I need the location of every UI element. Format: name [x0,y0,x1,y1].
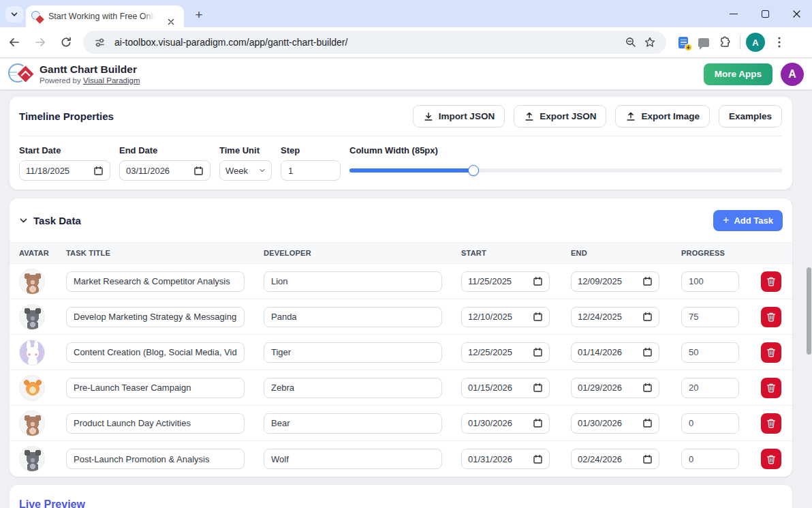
task-data-card: Task Data + Add Task AVATAR TASK TITLE D… [10,198,792,477]
trash-icon [766,312,776,322]
trash-icon [766,454,776,464]
delete-task-button[interactable] [761,342,781,363]
cat-avatar [19,375,45,401]
browser-profile-avatar[interactable]: A [746,33,765,52]
developer-input[interactable] [264,271,442,292]
visual-paradigm-link[interactable]: Visual Paradigm [83,76,140,85]
browser-tab[interactable]: Start Working with Free Online [26,5,184,27]
window-minimize-button[interactable] [718,0,749,27]
progress-input[interactable] [681,307,739,327]
end-date-label: End Date [119,145,210,155]
developer-input[interactable] [264,449,442,469]
bookmark-star-icon[interactable] [640,33,659,52]
progress-input[interactable] [681,413,739,434]
examples-button[interactable]: Examples [719,105,782,128]
delete-task-button[interactable] [761,413,781,434]
time-unit-label: Time Unit [219,145,272,155]
end-date-input[interactable] [571,271,659,292]
developer-input[interactable] [264,307,442,327]
zoom-out-icon[interactable] [621,33,640,52]
end-date-input[interactable] [571,378,659,398]
more-apps-button[interactable]: More Apps [704,63,772,85]
tab-close-button[interactable] [165,16,177,28]
collapse-chevron-icon[interactable] [19,216,28,225]
table-row [10,264,792,299]
docs-extension-icon[interactable] [673,32,693,53]
slider-fill [349,168,473,173]
user-avatar[interactable]: A [781,63,804,86]
address-bar[interactable]: ai-toolbox.visual-paradigm.com/app/gantt… [83,31,666,54]
trash-icon [766,418,776,428]
start-date-input[interactable] [461,342,550,363]
live-preview-title: Live Preview [19,498,85,508]
reload-button[interactable] [54,31,78,54]
browser-menu-icon[interactable] [769,32,790,53]
toolbar-divider [740,35,740,49]
delete-task-button[interactable] [761,378,781,398]
timeline-properties-card: Timeline Properties Import JSON Export J… [10,97,792,190]
forward-button[interactable] [29,31,52,54]
bear-avatar [19,269,45,295]
upload-icon [625,111,636,122]
developer-input[interactable] [264,378,442,398]
progress-input[interactable] [681,449,739,469]
task-title-input[interactable] [66,271,245,292]
column-width-slider[interactable] [349,160,782,181]
new-tab-button[interactable]: + [191,7,207,23]
task-title-input[interactable] [66,342,245,363]
progress-input[interactable] [681,342,739,363]
end-date-input[interactable] [571,413,659,434]
extensions-puzzle-icon[interactable] [714,32,734,53]
calendar-icon [193,166,204,176]
window-close-button[interactable] [781,0,812,27]
delete-task-button[interactable] [761,307,781,327]
site-settings-icon[interactable] [90,33,109,52]
start-date-input[interactable] [19,160,110,181]
url-text[interactable]: ai-toolbox.visual-paradigm.com/app/gantt… [114,37,621,48]
powered-by: Powered by Visual Paradigm [40,76,140,85]
delete-task-button[interactable] [761,271,781,292]
page-scrollbar-thumb[interactable] [807,267,811,355]
step-input[interactable] [281,160,341,181]
progress-input[interactable] [681,271,739,292]
browser-titlebar: Start Working with Free Online + [0,0,812,27]
calendar-icon [642,454,653,464]
start-date-input[interactable] [461,378,550,398]
column-header-start: START [461,249,571,257]
column-header-avatar: AVATAR [19,249,66,257]
start-date-input[interactable] [461,413,550,434]
delete-task-button[interactable] [761,449,781,469]
column-header-developer: DEVELOPER [264,249,461,257]
tab-search-button[interactable] [5,6,23,23]
extensions-area: A [673,32,796,53]
import-json-button[interactable]: Import JSON [413,105,505,128]
export-image-button[interactable]: Export Image [615,105,710,128]
task-title-input[interactable] [66,307,245,327]
task-title-input[interactable] [66,378,245,398]
task-title-input[interactable] [66,449,245,469]
export-json-button[interactable]: Export JSON [514,105,606,128]
developer-input[interactable] [264,413,442,434]
back-button[interactable] [3,31,26,54]
developer-input[interactable] [264,342,442,363]
table-row [10,335,792,370]
close-icon [792,10,801,18]
calendar-icon [642,347,653,357]
chat-extension-icon[interactable] [693,32,714,53]
end-date-input[interactable] [119,160,210,181]
end-date-input[interactable] [571,449,659,469]
start-date-input[interactable] [461,307,550,327]
end-date-input[interactable] [571,307,659,327]
progress-input[interactable] [681,378,739,398]
table-row [10,370,792,406]
start-date-input[interactable] [461,271,550,292]
window-controls [718,0,812,27]
end-date-input[interactable] [571,342,659,363]
add-task-button[interactable]: + Add Task [713,210,783,231]
slider-thumb[interactable] [468,165,479,176]
window-maximize-button[interactable] [749,0,781,27]
start-date-input[interactable] [461,449,550,469]
task-title-input[interactable] [66,413,245,434]
time-unit-select[interactable]: Week [219,160,272,181]
back-arrow-icon [8,36,20,48]
